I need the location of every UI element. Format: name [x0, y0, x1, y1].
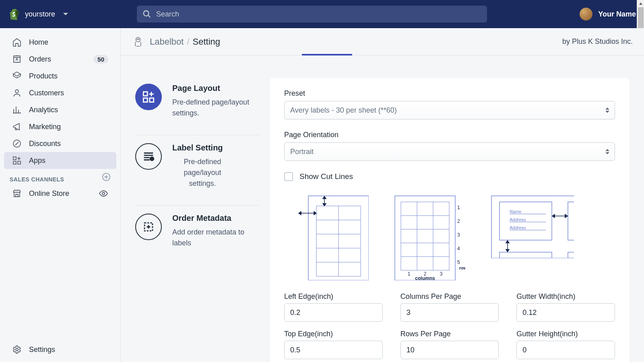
sidebar-item-customers[interactable]: Customers: [4, 84, 116, 101]
gutter-width-label: Gutter Width(inch): [516, 292, 615, 301]
svg-point-2: [144, 11, 149, 16]
sidebar-item-label: Marketing: [29, 123, 61, 131]
svg-rect-16: [150, 98, 154, 102]
svg-text:4: 4: [457, 246, 460, 251]
svg-text:Name: Name: [510, 209, 521, 214]
svg-rect-7: [18, 161, 21, 164]
sidebar-item-settings[interactable]: Settings: [4, 341, 116, 358]
columns-input[interactable]: 3: [400, 303, 499, 322]
sidebar-item-analytics[interactable]: Analytics: [4, 101, 116, 118]
gear-icon: [12, 345, 22, 354]
diagram-gutters: Name Address Address: [489, 194, 574, 280]
svg-rect-33: [395, 196, 455, 280]
section-label-setting[interactable]: Label Setting Pre-defined page/layout se…: [135, 135, 260, 197]
customers-icon: [12, 88, 22, 98]
label-setting-icon: [135, 143, 162, 170]
sidebar-item-home[interactable]: Home: [4, 34, 116, 51]
svg-rect-8: [13, 161, 16, 164]
view-store-icon[interactable]: [99, 189, 108, 198]
order-metadata-icon: [135, 214, 162, 240]
svg-text:1: 1: [457, 205, 460, 210]
section-title: Order Metadata: [172, 214, 260, 223]
diagram-margins: [296, 194, 369, 280]
svg-point-4: [15, 90, 19, 93]
user-menu[interactable]: Your Name: [580, 8, 636, 21]
analytics-icon: [12, 105, 22, 115]
page-layout-icon: [135, 84, 162, 110]
store-dropdown-caret-icon[interactable]: [63, 13, 68, 15]
shopify-logo-icon: [8, 8, 20, 20]
section-desc: Add order metadata to labels: [172, 227, 260, 249]
tab-indicator: [302, 54, 352, 56]
products-icon: [12, 71, 22, 81]
section-desc: Pre-defined page/layout settings.: [172, 97, 260, 119]
sidebar-item-products[interactable]: Products: [4, 68, 116, 84]
rows-label: rows: [459, 265, 465, 270]
store-icon: [12, 189, 22, 198]
sidebar-item-orders[interactable]: Orders 50: [4, 51, 116, 68]
gutter-height-input[interactable]: 0: [516, 341, 615, 359]
left-edge-input[interactable]: 0.2: [284, 303, 383, 322]
svg-point-12: [136, 37, 140, 41]
section-title: Page Layout: [172, 84, 260, 93]
svg-point-13: [137, 39, 138, 39]
svg-text:3: 3: [440, 271, 443, 277]
section-page-layout[interactable]: Page Layout Pre-defined page/layout sett…: [135, 78, 260, 127]
breadcrumb-app[interactable]: Labelbot: [150, 37, 184, 47]
svg-rect-15: [143, 92, 147, 96]
sidebar-item-marketing[interactable]: Marketing: [4, 118, 116, 135]
sidebar-item-label: Customers: [29, 89, 64, 97]
svg-line-3: [148, 15, 151, 18]
avatar: [580, 8, 592, 21]
svg-text:3: 3: [457, 232, 460, 238]
sidebar-item-label: Discounts: [29, 140, 61, 148]
top-edge-input[interactable]: 0.5: [284, 341, 383, 359]
svg-text:Address: Address: [510, 217, 526, 222]
svg-text:Address: Address: [510, 225, 526, 230]
breadcrumb-current: Setting: [193, 37, 221, 47]
gutter-height-label: Gutter Height(inch): [516, 330, 615, 338]
svg-point-14: [138, 39, 139, 39]
scroll-up-button[interactable]: [637, 0, 644, 7]
gutter-width-input[interactable]: 0.12: [516, 303, 615, 322]
sidebar-item-discounts[interactable]: Discounts: [4, 135, 116, 152]
discounts-icon: [12, 139, 22, 148]
svg-point-10: [102, 192, 105, 195]
sidebar: Home Orders 50 Products Customers Analyt…: [0, 28, 121, 362]
settings-sections: Page Layout Pre-defined page/layout sett…: [135, 78, 260, 362]
svg-rect-6: [13, 157, 16, 160]
select-caret-icon: [605, 108, 609, 113]
svg-marker-31: [299, 212, 301, 215]
sidebar-item-online-store[interactable]: Online Store: [4, 185, 116, 202]
labelbot-app-icon: [132, 36, 144, 48]
orientation-select[interactable]: Portrait: [284, 142, 615, 161]
top-edge-label: Top Edge(inch): [284, 330, 383, 338]
show-cut-lines-checkbox[interactable]: Show Cut Lines: [284, 172, 615, 181]
orders-icon: [12, 54, 22, 64]
store-name[interactable]: yourstore: [25, 10, 55, 19]
sidebar-item-label: Analytics: [29, 106, 58, 114]
add-channel-button[interactable]: [102, 173, 111, 181]
preset-value: Avery labels - 30 per sheet (**60): [290, 106, 397, 115]
sidebar-item-label: Settings: [29, 346, 55, 354]
apps-icon: [12, 156, 22, 165]
app-author: by Plus K Studios Inc.: [562, 37, 633, 46]
section-title-sales-channels: SALES CHANNELS: [0, 169, 74, 185]
svg-point-18: [150, 157, 154, 160]
home-icon: [12, 37, 22, 47]
sidebar-item-apps[interactable]: Apps: [4, 152, 116, 169]
rows-input[interactable]: 10: [400, 341, 499, 359]
search-icon: [142, 10, 151, 19]
preset-select[interactable]: Avery labels - 30 per sheet (**60): [284, 101, 615, 119]
search-input[interactable]: Search: [137, 6, 487, 23]
sidebar-item-label: Online Store: [29, 189, 69, 198]
sidebar-item-label: Apps: [29, 156, 45, 165]
section-desc: Pre-defined page/layout settings.: [172, 156, 233, 189]
marketing-icon: [12, 122, 22, 132]
select-caret-icon: [605, 149, 609, 154]
breadcrumb: Labelbot / Setting by Plus K Studios Inc…: [121, 28, 644, 56]
svg-rect-17: [143, 98, 147, 102]
orientation-label: Page Orientation: [284, 131, 615, 139]
section-order-metadata[interactable]: Order Metadata Add order metadata to lab…: [135, 205, 260, 257]
breadcrumb-separator: /: [187, 37, 189, 47]
